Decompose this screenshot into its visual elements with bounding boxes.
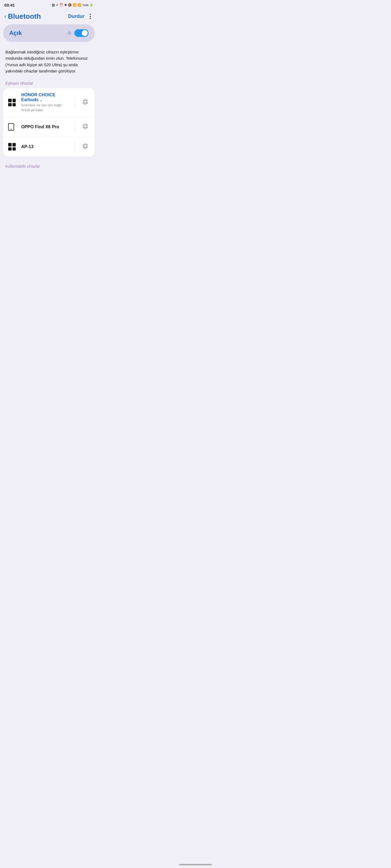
wifi-icon: 📶 <box>73 3 77 7</box>
gear-icon-honor <box>82 98 88 105</box>
ap13-name: AP-13 <box>21 144 69 149</box>
divider-1 <box>75 97 75 108</box>
honor-choice-settings-button[interactable] <box>81 97 90 108</box>
check-icon: ✔ <box>56 3 58 7</box>
gear-icon-ap13 <box>82 143 88 149</box>
phone-icon-oppo <box>8 123 18 131</box>
oppo-find-name: OPPO Find X6 Pro <box>21 124 69 129</box>
device-ap13[interactable]: AP-13 <box>3 137 94 156</box>
available-section-heading: Kullanılabilir cihazlar <box>0 160 98 170</box>
paired-devices-list: HONOR CHOICE Earbuds .. Aramalar ve ses … <box>3 88 94 156</box>
status-icons: 🖼 ✔ ⏰ ✱ 🔇 📶 📶 %44 🔋 <box>52 3 93 7</box>
honor-choice-info: HONOR CHOICE Earbuds .. Aramalar ve ses … <box>21 93 69 113</box>
stop-button[interactable]: Durdur <box>68 13 84 19</box>
battery-text: %44 <box>83 3 88 7</box>
oppo-find-settings-button[interactable] <box>81 122 90 132</box>
ap13-icon <box>8 143 18 151</box>
bluetooth-status-icon: ✱ <box>64 3 67 7</box>
divider-3 <box>75 141 75 152</box>
paired-section-heading: Eşleşen cihazlar <box>0 79 98 88</box>
battery-icon: 🔋 <box>90 3 93 7</box>
alarm-icon: ⏰ <box>59 3 63 7</box>
oppo-find-info: OPPO Find X6 Pro <box>21 124 69 129</box>
toggle-label: Açık <box>9 30 22 37</box>
honor-choice-name: HONOR CHOICE Earbuds .. <box>21 93 69 102</box>
honor-choice-subtitle: Aramalar ve ses için bağlı, %100 pil kal… <box>21 103 69 113</box>
top-nav: ‹ Bluetooth Durdur ⋮ <box>0 9 98 24</box>
ap13-info: AP-13 <box>21 144 69 149</box>
bluetooth-icon: ❄ <box>67 30 72 36</box>
device-honor-choice[interactable]: HONOR CHOICE Earbuds .. Aramalar ve ses … <box>3 88 94 117</box>
bluetooth-toggle-card: Açık ❄ <box>3 24 94 42</box>
toggle-right: ❄ <box>67 29 88 37</box>
earbuds-icon <box>8 99 18 106</box>
status-time: 03:41 <box>4 3 15 7</box>
nav-left: ‹ Bluetooth <box>4 12 41 21</box>
gallery-icon: 🖼 <box>52 3 55 7</box>
bluetooth-description: Bağlanmak istediğiniz cihazın eşleştirme… <box>0 45 98 79</box>
gear-icon-oppo <box>82 123 88 129</box>
device-oppo-find[interactable]: OPPO Find X6 Pro <box>3 117 94 137</box>
mute-icon: 🔇 <box>68 3 72 7</box>
signal-icon: 📶 <box>78 3 81 7</box>
ap13-settings-button[interactable] <box>81 142 90 152</box>
status-bar: 03:41 🖼 ✔ ⏰ ✱ 🔇 📶 📶 %44 🔋 <box>0 0 98 9</box>
divider-2 <box>75 122 75 132</box>
page-title: Bluetooth <box>8 12 41 21</box>
nav-right: Durdur ⋮ <box>68 13 93 20</box>
more-options-button[interactable]: ⋮ <box>87 13 93 20</box>
back-button[interactable]: ‹ <box>4 13 6 20</box>
bluetooth-toggle-switch[interactable] <box>75 29 88 37</box>
